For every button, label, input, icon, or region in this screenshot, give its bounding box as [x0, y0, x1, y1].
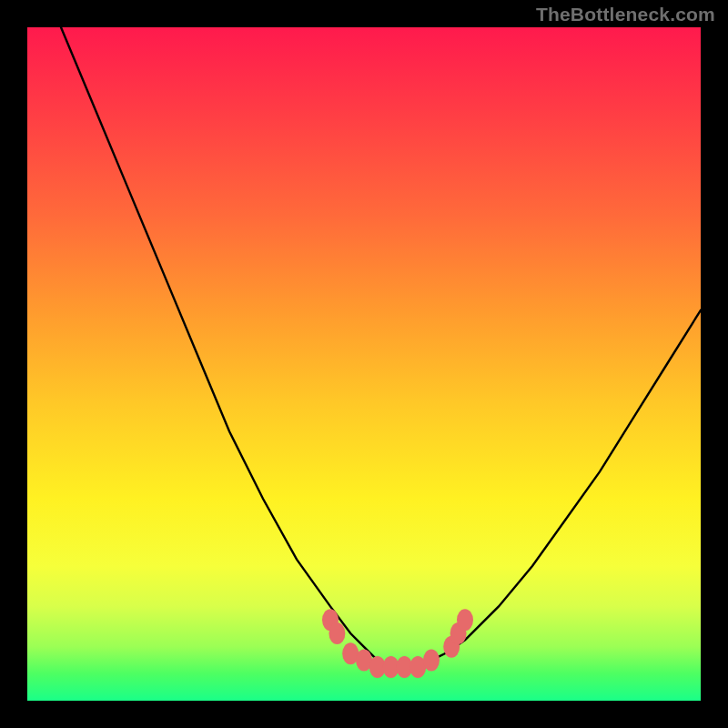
- bead-marker: [457, 609, 473, 631]
- bottleneck-curve-path: [61, 27, 701, 667]
- plot-area: [27, 27, 701, 701]
- trough-beads: [322, 609, 473, 678]
- bead-marker: [423, 650, 440, 672]
- curve-svg: [27, 27, 701, 701]
- chart-frame: TheBottleneck.com: [0, 0, 728, 728]
- bead-marker: [329, 622, 345, 644]
- watermark-text: TheBottleneck.com: [536, 4, 715, 25]
